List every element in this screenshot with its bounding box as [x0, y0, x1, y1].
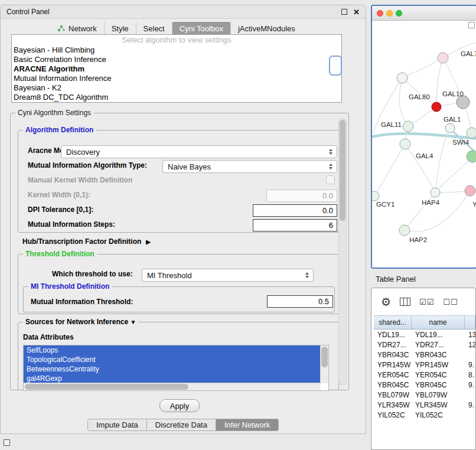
table-cell: YPR145W [374, 360, 412, 370]
network-node[interactable] [465, 185, 475, 196]
table-column-header[interactable] [465, 316, 475, 329]
combo-arrows-icon [329, 164, 332, 169]
node-label: Y [472, 201, 476, 208]
algorithm-option[interactable]: Bayesian - Hill Climbing [12, 45, 341, 55]
list-horizontal-scrollbar[interactable] [24, 383, 321, 390]
algorithm-option[interactable]: Dream8 DC_TDC Algorithm [12, 93, 341, 102]
attribute-list-item[interactable]: SelfLoops [24, 345, 321, 355]
table-column-header[interactable]: shared... [374, 316, 412, 329]
algorithm-dropdown-list: Bayesian - Hill ClimbingBasic Correlatio… [12, 45, 341, 102]
network-edge[interactable] [405, 193, 435, 230]
node-label: HAP2 [409, 236, 427, 243]
list-vertical-scrollbar[interactable] [320, 345, 328, 383]
table-cell: YIL052C [374, 410, 412, 420]
table-row[interactable]: YLR345WYLR345W9. [374, 400, 475, 410]
network-edge[interactable] [436, 58, 443, 107]
tab-jactivemodules[interactable]: jActiveMNodules [230, 22, 302, 35]
tab-cyni-toolbox[interactable]: Cyni Toolbox [172, 22, 230, 35]
attribute-list-item[interactable]: gal4RGexp [24, 374, 321, 383]
apply-button[interactable]: Apply [159, 399, 200, 412]
threshold-definition-title: Threshold Definition [23, 250, 97, 258]
minimized-panel-icon[interactable] [4, 439, 10, 446]
kernel-width-field[interactable]: 0.0 [266, 190, 337, 202]
algorithm-dropdown-popup: Select algorithm to view settings Bayesi… [11, 34, 342, 103]
network-edge[interactable] [402, 58, 443, 78]
table-row[interactable]: YER054CYER054C8. [374, 370, 475, 380]
dpi-tolerance-field[interactable]: 0.0 [253, 204, 337, 217]
tab-discretize-data[interactable]: Discretize Data [147, 419, 216, 431]
network-edge[interactable] [399, 78, 408, 126]
table-row[interactable]: YBL079WYBL079W [374, 390, 475, 400]
attribute-list-item[interactable]: BetweennessCentrality [24, 364, 321, 374]
network-view-window[interactable]: GAL7GAL80GAL10GAL11GAL1SWI4GAL4GCY1HAP4H… [371, 5, 476, 269]
tab-style[interactable]: Style [104, 22, 136, 35]
cyni-algorithm-settings-group: Cyni Algorithm Settings Algorithm Defini… [10, 113, 349, 390]
network-node[interactable] [457, 96, 470, 109]
network-node[interactable] [403, 121, 413, 132]
algorithm-option[interactable]: Bayesian - K2 [12, 83, 341, 93]
field-value: 0.5 [318, 297, 329, 306]
tab-select[interactable]: Select [136, 22, 172, 35]
combo-arrows-icon [305, 272, 309, 278]
mi-algorithm-type-label: Mutual Information Algorithm Type: [28, 161, 147, 169]
network-edge[interactable] [374, 144, 405, 196]
which-threshold-select[interactable]: MI Threshold [142, 269, 314, 282]
sources-group-title[interactable]: Sources for Network Inference ▼ [23, 318, 138, 326]
network-node[interactable] [400, 139, 410, 149]
table-column-header[interactable]: name [412, 316, 465, 329]
deselect-all-icon[interactable]: ☐☐ [443, 298, 458, 306]
network-edge[interactable] [435, 128, 450, 193]
algorithm-option[interactable]: ARACNE Algorithm [12, 64, 341, 74]
table-cell: 9. [465, 360, 475, 370]
zoom-traffic-light[interactable] [396, 10, 402, 17]
control-panel-titlebar[interactable]: Control Panel ✕ [1, 5, 366, 19]
settings-scrollbar[interactable] [338, 118, 347, 385]
settings-gear-icon[interactable]: ⚙ [381, 296, 391, 308]
network-node[interactable] [431, 188, 440, 197]
network-node[interactable] [467, 151, 476, 162]
dropdown-placeholder: Select algorithm to view settings [12, 35, 341, 45]
table-row[interactable]: YDL19...YDL19...13 [374, 330, 475, 340]
table-row[interactable]: YBR043CYBR043C [374, 350, 475, 360]
float-window-icon[interactable] [341, 9, 347, 15]
node-label: SWI4 [452, 139, 470, 146]
network-edge[interactable] [402, 78, 436, 107]
mi-algorithm-type-select[interactable]: Naive Bayes [162, 160, 337, 173]
attribute-list-item[interactable]: TopologicalCoefficient [24, 355, 321, 364]
table-row[interactable]: YDR27...YDR27...12 [374, 340, 475, 350]
mi-steps-field[interactable]: 6 [253, 219, 337, 231]
network-node[interactable] [399, 225, 410, 236]
network-window-titlebar[interactable] [372, 6, 476, 21]
manual-kernel-checkbox[interactable] [326, 175, 335, 184]
network-node[interactable] [438, 53, 448, 63]
birdseye-corner-widget[interactable] [468, 22, 475, 28]
network-node[interactable] [397, 73, 407, 83]
table-row[interactable]: YIL052CYIL052C [374, 410, 475, 420]
network-edge[interactable] [405, 144, 435, 193]
table-row[interactable]: YBR045CYBR045C9. [374, 380, 475, 390]
network-node[interactable] [372, 191, 379, 201]
data-attributes-label: Data Attributes [23, 333, 74, 341]
mi-threshold-field[interactable]: 0.5 [267, 295, 333, 308]
network-node[interactable] [445, 123, 455, 133]
table-cell: YPR145W [412, 360, 465, 370]
hub-definition-toggle[interactable]: Hub/Transcription Factor Definition ▶ [22, 237, 151, 246]
data-attributes-list[interactable]: SelfLoopsTopologicalCoefficientBetweenne… [23, 345, 329, 391]
table-columns-icon[interactable] [400, 298, 410, 306]
table-row[interactable]: YPR145WYPR145W9. [374, 360, 475, 370]
algorithm-option[interactable]: Basic Correlation Inference [12, 55, 341, 64]
network-node[interactable] [467, 128, 476, 138]
tab-network[interactable]: Network [50, 22, 104, 35]
algorithm-option[interactable]: Mutual Information Inference [12, 74, 341, 83]
close-traffic-light[interactable] [377, 10, 383, 17]
network-graph[interactable]: GAL7GAL80GAL10GAL11GAL1SWI4GAL4GCY1HAP4H… [372, 21, 476, 268]
tab-infer-network[interactable]: Infer Network [216, 419, 279, 431]
minimize-traffic-light[interactable] [386, 10, 393, 17]
network-node[interactable] [432, 102, 441, 112]
table-body: YDL19...YDL19...13YDR27...YDR27...12YBR0… [371, 330, 475, 420]
close-icon[interactable]: ✕ [353, 8, 360, 17]
tab-impute-data[interactable]: Impute Data [87, 419, 147, 431]
aracne-mode-select[interactable]: Discovery [61, 145, 337, 158]
network-canvas[interactable]: GAL7GAL80GAL10GAL11GAL1SWI4GAL4GCY1HAP4H… [372, 21, 476, 268]
select-all-icon[interactable]: ☑☑ [419, 298, 434, 306]
